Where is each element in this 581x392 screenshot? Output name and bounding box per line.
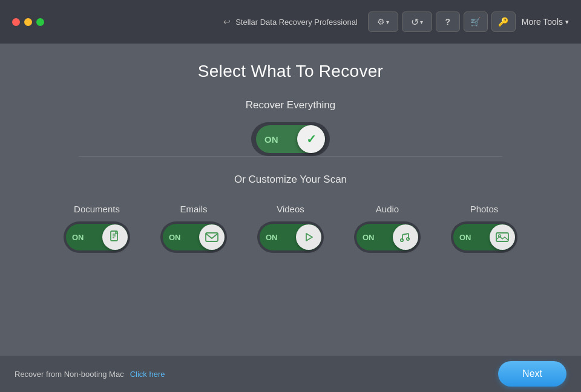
close-button[interactable]	[12, 18, 20, 26]
app-title: Stellar Data Recovery Professional	[235, 18, 358, 27]
toolbar: ⚙ ▾ ↺ ▾ ? 🛒 🔑	[368, 11, 516, 32]
traffic-lights	[12, 18, 44, 26]
photos-toggle-track: ON	[453, 224, 515, 250]
dropdown-arrow-icon: ▾	[420, 19, 423, 25]
toggle-knob: ✓	[297, 125, 325, 153]
photos-toggle[interactable]: ON	[451, 221, 517, 253]
documents-toggle-on: ON	[66, 233, 102, 242]
emails-label: Emails	[180, 204, 207, 214]
fullscreen-button[interactable]	[36, 18, 44, 26]
more-tools-arrow-icon: ▾	[565, 18, 569, 26]
audio-toggle-knob	[393, 224, 418, 250]
customize-label: Or Customize Your Scan	[234, 174, 347, 186]
next-button[interactable]: Next	[498, 361, 566, 387]
question-icon: ?	[445, 17, 451, 27]
svg-point-10	[401, 239, 403, 241]
email-icon	[205, 232, 219, 243]
click-here-link[interactable]: Click here	[130, 370, 165, 379]
svg-rect-12	[496, 233, 508, 241]
documents-toggle-track: ON	[66, 224, 128, 250]
audio-toggle-on: ON	[356, 233, 393, 242]
recover-everything-toggle[interactable]: ON ✓	[251, 122, 330, 156]
bottom-left: Recover from Non-booting Mac Click here	[15, 370, 165, 379]
svg-line-8	[402, 234, 409, 235]
category-photos: Photos ON	[451, 204, 517, 253]
more-tools-button[interactable]: More Tools ▾	[522, 17, 569, 27]
emails-toggle[interactable]: ON	[160, 221, 227, 253]
audio-toggle-track: ON	[356, 224, 418, 250]
audio-toggle[interactable]: ON	[354, 221, 421, 253]
non-booting-label: Recover from Non-booting Mac	[15, 370, 124, 379]
svg-marker-6	[306, 234, 312, 241]
back-icon[interactable]: ↩	[223, 17, 231, 27]
toggle-on-label: ON	[256, 134, 297, 145]
titlebar: ↩ Stellar Data Recovery Professional ⚙ ▾…	[0, 0, 581, 44]
category-videos: Videos ON	[257, 204, 324, 253]
document-icon	[109, 230, 121, 244]
documents-toggle[interactable]: ON	[64, 221, 130, 253]
bottom-bar: Recover from Non-booting Mac Click here …	[0, 356, 581, 392]
audio-label: Audio	[376, 204, 399, 214]
category-emails: Emails ON	[160, 204, 227, 253]
videos-toggle-knob	[296, 224, 321, 250]
gear-icon: ⚙	[377, 17, 385, 27]
documents-toggle-knob	[102, 224, 128, 250]
help-button[interactable]: ?	[436, 11, 460, 32]
audio-icon	[398, 230, 413, 244]
photos-toggle-knob	[490, 224, 515, 250]
category-audio: Audio ON	[354, 204, 421, 253]
videos-toggle-track: ON	[260, 224, 321, 250]
key-icon: 🔑	[498, 17, 508, 27]
page-title: Select What To Recover	[198, 62, 383, 81]
titlebar-center: ↩ Stellar Data Recovery Professional	[223, 17, 358, 27]
checkmark-icon: ✓	[306, 132, 317, 146]
video-icon	[302, 230, 315, 244]
more-tools-label: More Tools	[522, 17, 563, 27]
divider	[79, 156, 502, 157]
toggle-track: ON ✓	[256, 125, 325, 153]
cart-icon: 🛒	[470, 17, 481, 27]
svg-point-11	[407, 238, 409, 240]
minimize-button[interactable]	[24, 18, 32, 26]
svg-rect-5	[206, 233, 218, 241]
recover-everything-label: Recover Everything	[246, 99, 335, 111]
photos-label: Photos	[470, 204, 499, 214]
settings-button[interactable]: ⚙ ▾	[368, 11, 398, 32]
videos-toggle[interactable]: ON	[257, 221, 324, 253]
emails-toggle-knob	[199, 224, 225, 250]
emails-toggle-track: ON	[163, 224, 225, 250]
cart-button[interactable]: 🛒	[464, 11, 488, 32]
dropdown-arrow-icon: ▾	[386, 19, 389, 25]
history-icon: ↺	[411, 16, 419, 28]
photo-icon	[495, 231, 510, 243]
main-content: Select What To Recover Recover Everythin…	[0, 44, 581, 253]
categories-container: Documents ON	[64, 204, 517, 253]
emails-toggle-on: ON	[163, 233, 199, 242]
photos-toggle-on: ON	[453, 233, 490, 242]
history-button[interactable]: ↺ ▾	[402, 11, 432, 32]
documents-label: Documents	[74, 204, 120, 214]
videos-toggle-on: ON	[260, 233, 296, 242]
videos-label: Videos	[277, 204, 304, 214]
key-button[interactable]: 🔑	[491, 11, 516, 32]
category-documents: Documents ON	[64, 204, 130, 253]
